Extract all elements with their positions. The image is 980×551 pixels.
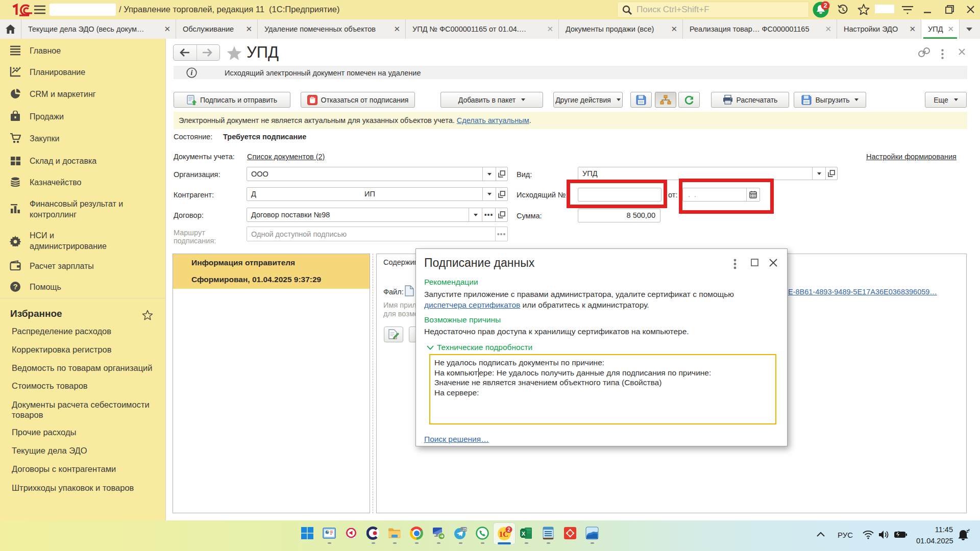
svg-text:..25: ..25 bbox=[460, 527, 467, 532]
svg-text:i: i bbox=[191, 69, 193, 77]
svg-text:2: 2 bbox=[823, 2, 827, 9]
svg-text:?: ? bbox=[13, 282, 17, 291]
svg-text:X: X bbox=[522, 531, 526, 537]
svg-text:2: 2 bbox=[507, 527, 510, 533]
svg-text:z: z bbox=[968, 529, 970, 532]
